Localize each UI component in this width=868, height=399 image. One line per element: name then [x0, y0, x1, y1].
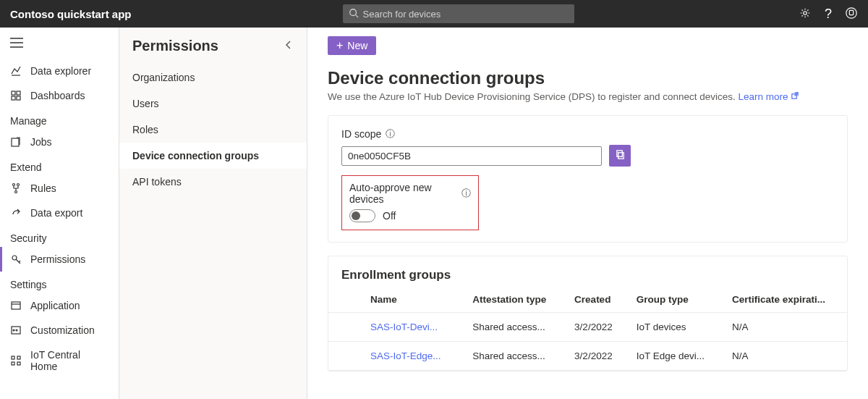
- enrollment-card: Enrollment groups Name Attestation type …: [328, 256, 848, 371]
- nav-label: Rules: [30, 182, 56, 194]
- nav-jobs[interactable]: Jobs: [0, 130, 119, 154]
- mid-item-roles[interactable]: Roles: [119, 117, 307, 143]
- col-cert-expiration[interactable]: Certificate expirati...: [723, 287, 847, 313]
- mid-item-device-connection-groups[interactable]: Device connection groups: [119, 143, 307, 169]
- export-icon: [10, 207, 22, 219]
- nav-data-export[interactable]: Data export: [0, 201, 119, 225]
- auto-approve-label: Auto-approve new devices: [349, 182, 457, 205]
- enrollment-title: Enrollment groups: [328, 256, 847, 287]
- svg-rect-23: [12, 356, 14, 359]
- info-icon[interactable]: ⓘ: [386, 127, 395, 140]
- auto-approve-toggle[interactable]: [349, 209, 375, 222]
- nav-label: IoT Central Home: [30, 349, 109, 372]
- cell-created: 3/2/2022: [566, 342, 628, 371]
- svg-point-2: [804, 11, 807, 14]
- svg-rect-18: [12, 302, 20, 309]
- home-grid-icon: [10, 355, 22, 366]
- svg-line-1: [355, 14, 358, 17]
- rules-icon: [10, 182, 22, 194]
- mid-nav-title: Permissions: [132, 38, 218, 54]
- svg-rect-30: [616, 151, 622, 156]
- nav-application[interactable]: Application: [0, 293, 119, 318]
- new-button[interactable]: + New: [328, 36, 376, 55]
- jobs-icon: [10, 136, 22, 148]
- mid-item-users[interactable]: Users: [119, 91, 307, 117]
- feedback-icon[interactable]: [845, 7, 858, 22]
- svg-point-14: [13, 184, 15, 186]
- nav-section-manage: Manage: [0, 108, 119, 130]
- auto-approve-section: Auto-approve new devices ⓘ Off: [341, 175, 479, 230]
- svg-rect-9: [12, 91, 15, 95]
- svg-rect-24: [17, 356, 20, 359]
- cell-cert: N/A: [723, 313, 847, 342]
- cell-group-type: IoT devices: [628, 313, 723, 342]
- nav-section-extend: Extend: [0, 154, 119, 176]
- col-attestation[interactable]: Attestation type: [464, 287, 566, 313]
- svg-rect-10: [17, 91, 20, 95]
- svg-point-0: [349, 9, 356, 15]
- mid-item-api-tokens[interactable]: API tokens: [119, 169, 307, 195]
- nav-customization[interactable]: Customization: [0, 318, 119, 343]
- svg-rect-13: [12, 138, 19, 146]
- enrollment-table: Name Attestation type Created Group type…: [328, 287, 847, 371]
- col-name[interactable]: Name: [328, 287, 464, 313]
- info-icon[interactable]: ⓘ: [461, 187, 471, 200]
- page-title: Device connection groups: [328, 68, 848, 88]
- app-title: Contoso quickstart app: [10, 8, 132, 20]
- customization-icon: [10, 324, 22, 336]
- cell-group-type: IoT Edge devi...: [628, 342, 723, 371]
- table-row[interactable]: SAS-IoT-Devi... Shared access... 3/2/202…: [328, 313, 847, 342]
- nav-label: Data export: [30, 207, 82, 219]
- col-group-type[interactable]: Group type: [628, 287, 723, 313]
- collapse-icon[interactable]: [284, 40, 294, 52]
- plus-icon: +: [336, 40, 343, 51]
- chart-icon: [10, 65, 22, 77]
- copy-button[interactable]: [609, 145, 631, 167]
- svg-point-22: [16, 329, 17, 331]
- svg-rect-4: [849, 10, 853, 14]
- cell-created: 3/2/2022: [566, 313, 628, 342]
- dashboard-icon: [10, 90, 22, 101]
- nav-dashboards[interactable]: Dashboards: [0, 83, 119, 108]
- group-name-link[interactable]: SAS-IoT-Edge...: [370, 350, 441, 361]
- top-bar: Contoso quickstart app ?: [0, 0, 868, 28]
- nav-section-security: Security: [0, 225, 119, 247]
- nav-label: Application: [30, 300, 80, 311]
- col-created[interactable]: Created: [566, 287, 628, 313]
- copy-icon: [615, 149, 626, 162]
- settings-gear-icon[interactable]: [799, 7, 812, 22]
- svg-point-3: [846, 7, 856, 17]
- nav-label: Jobs: [30, 136, 52, 148]
- svg-rect-25: [12, 362, 14, 365]
- cell-attestation: Shared access...: [464, 342, 566, 371]
- mid-nav: Permissions Organizations Users Roles De…: [119, 28, 307, 399]
- help-icon[interactable]: ?: [825, 7, 832, 22]
- svg-point-15: [17, 184, 20, 186]
- nav-rules[interactable]: Rules: [0, 176, 119, 201]
- nav-iot-central-home[interactable]: IoT Central Home: [0, 343, 119, 379]
- learn-more-link[interactable]: Learn more: [739, 91, 799, 102]
- svg-rect-11: [12, 96, 15, 100]
- hamburger-icon[interactable]: [0, 38, 119, 59]
- id-scope-label: ID scope: [341, 128, 381, 140]
- svg-point-16: [15, 191, 17, 193]
- group-name-link[interactable]: SAS-IoT-Devi...: [370, 322, 438, 332]
- svg-rect-29: [618, 153, 624, 159]
- search-box[interactable]: [343, 4, 574, 23]
- nav-section-settings: Settings: [0, 272, 119, 293]
- svg-rect-26: [17, 362, 20, 365]
- nav-permissions[interactable]: Permissions: [0, 247, 119, 272]
- id-scope-card: ID scope ⓘ Auto-approve new devices ⓘ Of…: [328, 115, 848, 243]
- nav-data-explorer[interactable]: Data explorer: [0, 59, 119, 83]
- mid-item-organizations[interactable]: Organizations: [119, 64, 307, 91]
- permissions-icon: [10, 253, 22, 265]
- search-input[interactable]: [363, 9, 569, 20]
- toggle-state-label: Off: [383, 210, 396, 222]
- table-row[interactable]: SAS-IoT-Edge... Shared access... 3/2/202…: [328, 342, 847, 371]
- cell-cert: N/A: [723, 342, 847, 371]
- application-icon: [10, 300, 22, 311]
- external-link-icon: [791, 91, 799, 102]
- left-nav: Data explorer Dashboards Manage Jobs Ext…: [0, 28, 119, 399]
- id-scope-input[interactable]: [341, 146, 602, 166]
- search-icon: [349, 8, 359, 20]
